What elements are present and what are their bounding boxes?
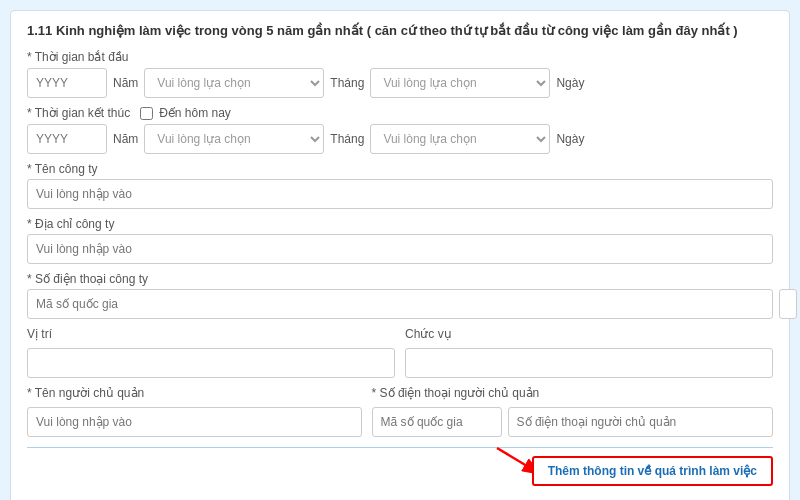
add-work-history-button[interactable]: Thêm thông tin về quá trình làm việc: [532, 456, 773, 486]
start-day-select[interactable]: Vui lòng lựa chọn: [370, 68, 550, 98]
end-today-checkbox-label[interactable]: Đến hôm nay: [140, 106, 231, 120]
supervisor-name-label: * Tên người chủ quản: [27, 386, 362, 400]
company-name-label: * Tên công ty: [27, 162, 773, 176]
supervisor-phone-label: * Số điện thoại người chủ quản: [372, 386, 773, 400]
start-year-unit: Năm: [113, 76, 138, 90]
start-month-select[interactable]: Vui lòng lựa chọn 01020304 05060708 0910…: [144, 68, 324, 98]
company-phone-code-input[interactable]: [27, 289, 773, 319]
supervisor-phone-number-input[interactable]: [508, 407, 773, 437]
section-title: 1.11 Kinh nghiệm làm việc trong vòng 5 n…: [27, 23, 773, 38]
supervisor-phone-code-input[interactable]: [372, 407, 502, 437]
company-address-label: * Địa chỉ công ty: [27, 217, 773, 231]
start-year-input[interactable]: [27, 68, 107, 98]
start-day-label: Ngày: [556, 76, 584, 90]
position-label: Vị trí: [27, 327, 395, 341]
end-day-select[interactable]: Vui lòng lựa chọn: [370, 124, 550, 154]
end-month-select[interactable]: Vui lòng lựa chọn 01020304 05060708 0910…: [144, 124, 324, 154]
start-time-label: * Thời gian bắt đầu: [27, 50, 773, 64]
supervisor-name-input[interactable]: [27, 407, 362, 437]
end-day-label: Ngày: [556, 132, 584, 146]
company-phone-number-input[interactable]: [779, 289, 797, 319]
company-address-input[interactable]: [27, 234, 773, 264]
company-phone-label: * Số điện thoại công ty: [27, 272, 773, 286]
end-year-input[interactable]: [27, 124, 107, 154]
company-name-input[interactable]: [27, 179, 773, 209]
title-label: Chức vụ: [405, 327, 773, 341]
end-today-label: Đến hôm nay: [159, 106, 231, 120]
position-input[interactable]: [27, 348, 395, 378]
start-month-label: Tháng: [330, 76, 364, 90]
title-input[interactable]: [405, 348, 773, 378]
end-year-unit: Năm: [113, 132, 138, 146]
end-month-label: Tháng: [330, 132, 364, 146]
end-today-checkbox[interactable]: [140, 107, 153, 120]
end-time-label: * Thời gian kết thúc: [27, 106, 130, 120]
divider: [27, 447, 773, 448]
